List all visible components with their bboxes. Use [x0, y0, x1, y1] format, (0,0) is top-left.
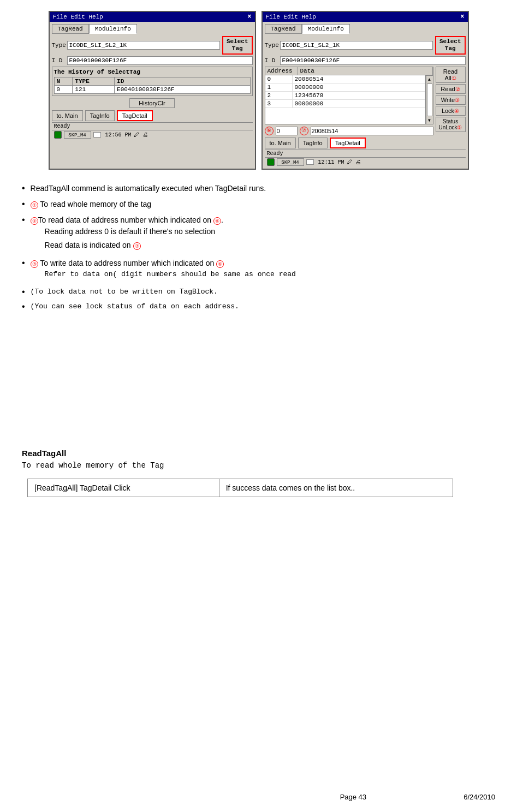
bullet-item-6: • (You can see lock status of data on ea…	[22, 301, 495, 312]
right-row2-data: 12345678	[293, 92, 425, 99]
left-tab-tagread[interactable]: TagRead	[52, 24, 89, 34]
bullet-4-sub1: Refer to data on( digit numbers should b…	[45, 269, 495, 280]
right-data-input[interactable]	[311, 127, 433, 135]
circle-6a-icon: ⑥	[213, 217, 221, 225]
bullet-4-main: ③ To write data to address number which …	[31, 259, 224, 267]
left-id-input[interactable]: E0040100030F126F	[67, 56, 253, 65]
read-all-btn[interactable]: ReadAll①	[436, 67, 466, 83]
table-row: 1 00000000	[265, 83, 425, 92]
lock-btn[interactable]: Lock④	[436, 106, 466, 116]
left-close-btn[interactable]: ×	[247, 13, 251, 21]
left-device-body: TagRead ModuleInfo Type ICODE_SLI_SL2_1K…	[50, 22, 255, 141]
bullet-text-6: (You can see lock status of data on each…	[31, 301, 495, 312]
right-tab-bar: TagRead ModuleInfo	[265, 24, 466, 34]
right-row1-data: 00000000	[293, 83, 425, 91]
left-menu-file[interactable]: File Edit Help	[53, 14, 103, 20]
left-titlebar: File Edit Help ×	[50, 12, 255, 22]
bullet-dot-5: •	[22, 288, 25, 296]
left-history-title: The History of SelectTag	[54, 69, 251, 75]
readtagall-section: ReadTagAll To read whole memory of the T…	[22, 449, 495, 470]
left-tab-bar: TagRead ModuleInfo	[52, 24, 253, 34]
bullet-text-1: ReadTagAll commend is automatically exec…	[31, 183, 495, 194]
left-nav-main[interactable]: to. Main	[52, 110, 83, 121]
page-footer: Page 43 6/24/2010	[0, 793, 517, 801]
left-history-n: 0	[54, 86, 73, 94]
left-nav-buttons: to. Main TagInfo TagDetail	[52, 110, 253, 121]
left-taskbar-icons: 🖊 🖨	[134, 132, 148, 138]
left-history-type: 121	[73, 86, 115, 94]
circle-7-icon: ⑦	[300, 127, 308, 135]
scrollbar-track[interactable]	[427, 83, 432, 116]
read-btn[interactable]: Read②	[436, 84, 466, 94]
left-nav-tagdetail[interactable]: TagDetail	[117, 110, 153, 121]
left-taskbar-app-icon: SKP_M4	[64, 131, 91, 139]
left-type-label: Type	[52, 42, 67, 49]
right-menus: File Edit Help	[266, 14, 316, 20]
left-device-window: File Edit Help × TagRead ModuleInfo Type…	[49, 11, 256, 170]
right-data-grid-body: 0 20080514 1 00000000 2 12345678	[265, 75, 426, 124]
right-device-window: File Edit Help × TagRead ModuleInfo Type…	[262, 11, 469, 170]
left-history-id: E0040100030F126F	[115, 86, 250, 94]
right-close-btn[interactable]: ×	[460, 13, 464, 21]
right-nav-main[interactable]: to. Main	[265, 138, 296, 148]
info-table: [ReadTagAll] TagDetail Click If success …	[27, 479, 453, 497]
right-id-input[interactable]: E0040100030F126F	[280, 56, 466, 65]
left-nav-taginfo[interactable]: TagInfo	[85, 110, 115, 121]
bullet-dot-2: •	[22, 200, 25, 208]
right-type-row: Type ICODE_SLI_SL2_1K SelectTag	[265, 36, 466, 55]
left-id-row: I D E0040100030F126F	[52, 56, 253, 65]
right-tab-moduleinfo[interactable]: ModuleInfo	[302, 24, 350, 34]
bullet-text-2: ① To read whole memory of the tag	[31, 199, 495, 210]
circle-7a-icon: ⑦	[133, 242, 141, 250]
right-type-input[interactable]: ICODE_SLI_SL2_1K	[280, 41, 433, 50]
right-device-body: TagRead ModuleInfo Type ICODE_SLI_SL2_1K…	[263, 22, 468, 169]
right-col-data: Data	[298, 67, 433, 75]
right-taskbar-app-icon: SKP_M4	[277, 158, 304, 166]
bullet-text-4: ③ To write data to address number which …	[31, 258, 495, 282]
status-unlock-btn[interactable]: StatusUnLock⑤	[436, 117, 466, 132]
bullet-dot-3: •	[22, 216, 25, 224]
readtagall-title: ReadTagAll	[22, 449, 495, 458]
left-select-tag-btn[interactable]: SelectTag	[222, 36, 253, 55]
right-row0-addr: 0	[265, 75, 293, 83]
right-data-grid-header: Address Data	[265, 67, 433, 75]
bullet-item-3: • ②To read data of address number which …	[22, 214, 495, 253]
table-col2: If success data comes on the list box..	[219, 479, 453, 497]
scrollbar-up-icon[interactable]: ▲	[427, 76, 432, 83]
right-nav-taginfo[interactable]: TagInfo	[298, 138, 328, 148]
left-taskbar-start-icon[interactable]	[54, 131, 62, 139]
write-btn[interactable]: Write③	[436, 95, 466, 105]
spacer	[22, 329, 495, 438]
left-status-bar: Ready	[52, 122, 253, 130]
right-titlebar: File Edit Help ×	[263, 12, 468, 22]
table-row: 0 121 E0040100030F126F	[54, 86, 250, 94]
right-tab-tagread[interactable]: TagRead	[265, 24, 302, 34]
left-history-table: N TYPE ID 0 121 E0040100030F126F	[54, 77, 251, 94]
scrollbar-down-icon[interactable]: ▼	[427, 117, 432, 124]
right-menu-file[interactable]: File Edit Help	[266, 14, 316, 20]
right-select-tag-btn[interactable]: SelectTag	[435, 36, 466, 55]
left-history-col-type: TYPE	[73, 77, 115, 86]
left-type-input[interactable]: ICODE_SLI_SL2_1K	[67, 41, 220, 50]
bullet-3-sub2: Read data is indicated on ⑦	[45, 240, 495, 251]
right-taskbar-start-icon[interactable]	[267, 158, 275, 166]
table-row: 0 20080514	[265, 75, 425, 83]
screenshots-row: File Edit Help × TagRead ModuleInfo Type…	[22, 11, 495, 170]
left-history-section: The History of SelectTag N TYPE ID 0	[52, 67, 253, 96]
right-row2-addr: 2	[265, 92, 293, 99]
left-tab-moduleinfo[interactable]: ModuleInfo	[89, 24, 137, 34]
circle-6b-icon: ⑥	[216, 260, 224, 268]
left-taskbar-time: 12:56 PM	[105, 132, 132, 138]
left-history-clr-btn[interactable]: HistoryClr	[129, 98, 174, 108]
right-col-address: Address	[265, 67, 298, 75]
right-addr-input[interactable]	[276, 127, 298, 135]
right-scrollbar[interactable]: ▲ ▼	[426, 75, 433, 124]
left-type-row: Type ICODE_SLI_SL2_1K SelectTag	[52, 36, 253, 55]
left-history-col-id: ID	[115, 77, 250, 86]
left-id-label: I D	[52, 57, 67, 64]
right-row1-addr: 1	[265, 83, 293, 91]
circle-6-icon: ⑥	[265, 127, 274, 135]
page-date: 6/24/2010	[463, 793, 495, 801]
right-nav-tagdetail[interactable]: TagDetail	[330, 138, 366, 148]
left-menus: File Edit Help	[53, 14, 103, 20]
